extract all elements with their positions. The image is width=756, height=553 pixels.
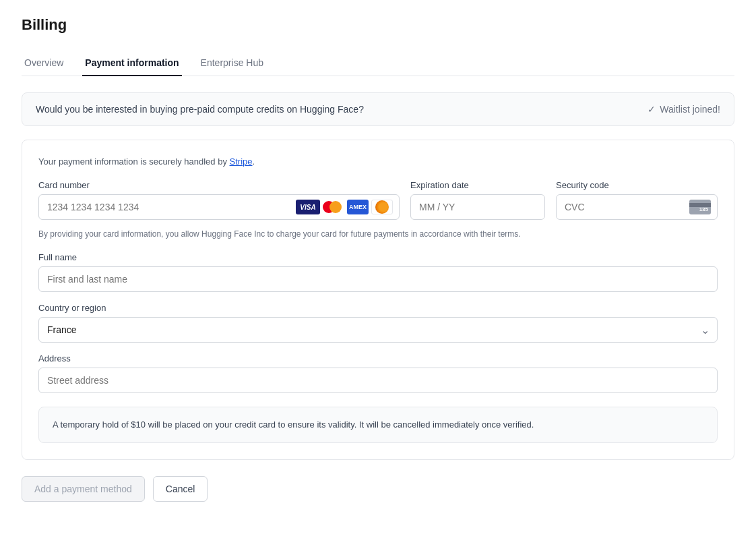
- hold-notice: A temporary hold of $10 will be placed o…: [38, 407, 718, 443]
- check-icon: ✓: [648, 104, 656, 115]
- card-icons: VISA AMEX: [296, 200, 393, 214]
- discover-icon: [371, 200, 393, 214]
- payment-form-card: Your payment information is securely han…: [22, 140, 734, 460]
- stripe-link[interactable]: Stripe: [230, 156, 253, 167]
- tab-payment-information[interactable]: Payment information: [82, 51, 181, 76]
- security-code-wrapper: 135: [556, 194, 718, 220]
- country-label: Country or region: [38, 303, 718, 313]
- secure-text: Your payment information is securely han…: [38, 156, 718, 167]
- address-label: Address: [38, 353, 718, 363]
- full-name-group: Full name: [38, 252, 718, 292]
- full-name-label: Full name: [38, 252, 718, 262]
- card-usage-notice: By providing your card information, you …: [38, 228, 718, 240]
- waitlist-label: Waitlist joined!: [660, 104, 720, 115]
- visa-icon: VISA: [296, 200, 320, 214]
- mastercard-icon: [323, 200, 344, 214]
- country-group: Country or region France United States U…: [38, 303, 718, 343]
- full-name-input[interactable]: [38, 266, 718, 292]
- expiry-input[interactable]: [410, 194, 545, 220]
- tab-bar: Overview Payment information Enterprise …: [22, 50, 734, 76]
- card-number-group: Card number VISA AMEX: [38, 180, 400, 220]
- amex-icon: AMEX: [347, 200, 369, 214]
- card-fields-row: Card number VISA AMEX Expiration d: [38, 180, 718, 220]
- action-buttons: Add a payment method Cancel: [22, 476, 734, 502]
- country-select[interactable]: France United States United Kingdom Germ…: [38, 317, 718, 343]
- address-input[interactable]: [38, 368, 718, 393]
- cvc-card-icon: 135: [689, 200, 711, 214]
- address-group: Address: [38, 353, 718, 393]
- expiry-group: Expiration date: [410, 180, 545, 220]
- security-code-group: Security code 135: [556, 180, 718, 220]
- card-number-label: Card number: [38, 180, 400, 190]
- compute-credits-banner: Would you be interested in buying pre-pa…: [22, 92, 734, 126]
- country-select-wrapper: France United States United Kingdom Germ…: [38, 317, 718, 343]
- tab-enterprise-hub[interactable]: Enterprise Hub: [198, 51, 266, 76]
- card-number-wrapper: VISA AMEX: [38, 194, 400, 220]
- banner-text: Would you be interested in buying pre-pa…: [36, 104, 364, 115]
- security-code-label: Security code: [556, 180, 718, 190]
- expiry-label: Expiration date: [410, 180, 545, 190]
- page-title: Billing: [22, 16, 734, 34]
- add-payment-button: Add a payment method: [22, 476, 145, 502]
- cvc-icon: 135: [689, 200, 711, 214]
- tab-overview[interactable]: Overview: [22, 51, 66, 76]
- expiry-wrapper: [410, 194, 545, 220]
- waitlist-status: ✓ Waitlist joined!: [648, 104, 720, 115]
- cancel-button[interactable]: Cancel: [153, 476, 208, 502]
